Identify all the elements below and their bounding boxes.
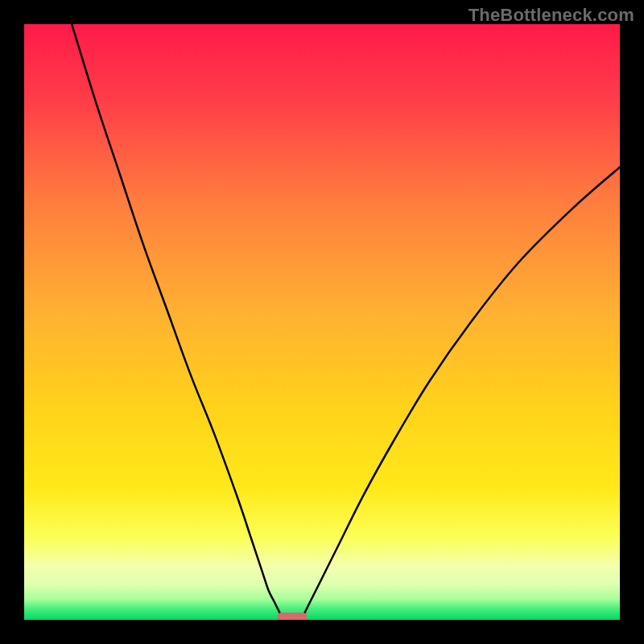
plot-area bbox=[24, 24, 620, 620]
watermark-text: TheBottleneck.com bbox=[469, 5, 634, 26]
minimum-marker bbox=[278, 613, 308, 620]
chart-frame: TheBottleneck.com bbox=[0, 0, 644, 644]
gradient-background bbox=[24, 24, 620, 620]
